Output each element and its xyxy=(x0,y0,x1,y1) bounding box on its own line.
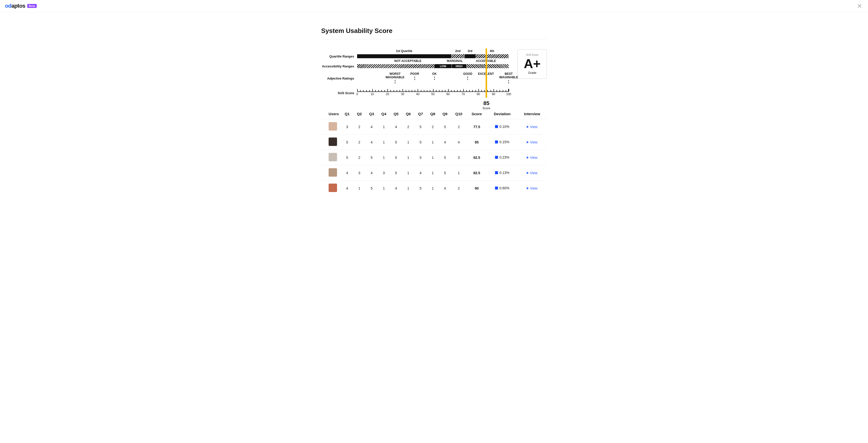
column-header: Q7 xyxy=(414,109,427,119)
q-cell: 1 xyxy=(378,135,390,150)
q-cell: 4 xyxy=(341,181,353,196)
column-header: Q5 xyxy=(390,109,402,119)
avatar xyxy=(329,153,337,161)
quartile-label: 2nd xyxy=(455,49,461,53)
deviation-color-icon xyxy=(495,156,498,159)
users-table: UsersQ1Q2Q3Q4Q5Q6Q7Q8Q9Q10ScoreDeviation… xyxy=(321,109,547,196)
axis-tick-label: 20 xyxy=(386,93,389,96)
q-cell: 1 xyxy=(402,181,414,196)
acc-label: MARGINAL xyxy=(447,59,463,63)
adjective-ratings-label: Adjective Ratings xyxy=(321,76,357,80)
play-icon xyxy=(527,141,529,143)
view-interview-link[interactable]: View xyxy=(527,156,537,160)
table-row: 324142525277.50.10%View xyxy=(321,119,547,135)
close-icon[interactable] xyxy=(856,2,863,9)
q-cell: 4 xyxy=(366,135,378,150)
page-title: System Usability Score xyxy=(321,27,547,39)
acc-label: NOT ACCEPTABLE xyxy=(394,59,421,63)
deviation-value: 0.15% xyxy=(499,140,509,144)
q-cell: 5 xyxy=(439,165,451,181)
q-cell: 2 xyxy=(427,119,439,135)
q-cell: 5 xyxy=(366,181,378,196)
column-header: Interview xyxy=(517,109,547,119)
score-cell: 85 xyxy=(466,135,487,150)
deviation-cell: 0.60% xyxy=(487,181,518,196)
q-cell: 5 xyxy=(390,135,402,150)
q-cell: 4 xyxy=(341,165,353,181)
adjective-rating: WORSTIMAGINABLE xyxy=(385,72,404,83)
adjective-rating: POOR xyxy=(410,72,419,80)
q-cell: 1 xyxy=(402,150,414,165)
axis-tick-label: 10 xyxy=(371,93,374,96)
view-interview-link[interactable]: View xyxy=(527,186,537,190)
axis-tick-label: 80 xyxy=(477,93,480,96)
column-header: Q10 xyxy=(451,109,466,119)
score-cell: 82.5 xyxy=(466,165,487,181)
deviation-color-icon xyxy=(495,186,498,190)
column-header: Q6 xyxy=(402,109,414,119)
grade-caption: Grade xyxy=(520,71,544,75)
quartile-segment xyxy=(357,54,451,58)
view-interview-link[interactable]: View xyxy=(527,171,537,175)
deviation-cell: 0.13% xyxy=(487,165,518,181)
q-cell: 4 xyxy=(451,135,466,150)
quartile-label: 4th xyxy=(490,49,494,53)
table-row: 434351415182.50.13%View xyxy=(321,165,547,181)
q-cell: 1 xyxy=(451,165,466,181)
q-cell: 5 xyxy=(414,150,427,165)
q-cell: 5 xyxy=(439,119,451,135)
q-cell: 2 xyxy=(353,119,365,135)
deviation-value: 0.23% xyxy=(499,155,509,159)
axis-tick-label: 40 xyxy=(416,93,420,96)
view-interview-link[interactable]: View xyxy=(527,140,537,144)
column-header: Deviation xyxy=(487,109,518,119)
axis-tick-label: 90 xyxy=(492,93,495,96)
q-cell: 2 xyxy=(451,119,466,135)
quartile-segment xyxy=(475,54,509,58)
quartile-ranges-label: Quartile Ranges xyxy=(321,55,357,58)
quartile-segment xyxy=(465,54,475,58)
axis-tick-label: 60 xyxy=(446,93,450,96)
q-cell: 5 xyxy=(414,119,427,135)
q-cell: 4 xyxy=(390,181,402,196)
column-header: Users xyxy=(321,109,341,119)
score-value: 85 Score xyxy=(483,100,490,110)
column-header: Q8 xyxy=(427,109,439,119)
q-cell: 1 xyxy=(427,165,439,181)
acc-acceptable xyxy=(466,64,509,68)
avatar xyxy=(329,168,337,177)
grade-value: A+ xyxy=(520,57,544,70)
q-cell: 3 xyxy=(378,165,390,181)
avatar xyxy=(329,183,337,192)
adjective-rating: BESTIMAGINABLE xyxy=(499,72,518,83)
q-cell: 4 xyxy=(390,119,402,135)
q-cell: 5 xyxy=(390,150,402,165)
q-cell: 1 xyxy=(353,181,365,196)
brand: odaptos Beta xyxy=(5,3,37,9)
deviation-value: 0.13% xyxy=(499,171,509,175)
acc-not-acceptable xyxy=(357,64,434,68)
play-icon xyxy=(527,156,529,159)
deviation-value: 0.60% xyxy=(499,186,509,190)
q-cell: 1 xyxy=(427,135,439,150)
column-header: Q1 xyxy=(341,109,353,119)
deviation-cell: 0.10% xyxy=(487,119,518,135)
grade-card: SUS Score A+ Grade xyxy=(518,49,547,79)
q-cell: 1 xyxy=(402,135,414,150)
q-cell: 1 xyxy=(402,165,414,181)
table-row: 525151515392.50.23%View xyxy=(321,150,547,165)
column-header: Score xyxy=(466,109,487,119)
q-cell: 4 xyxy=(366,165,378,181)
deviation-color-icon xyxy=(495,140,498,143)
q-cell: 5 xyxy=(390,165,402,181)
view-interview-link[interactable]: View xyxy=(527,125,537,129)
play-icon xyxy=(527,172,529,174)
quartile-segment xyxy=(451,54,465,58)
sus-chart: Quartile Ranges 1st Quartile2nd3rd4th Ac… xyxy=(321,49,509,101)
avatar xyxy=(329,122,337,131)
score-cell: 90 xyxy=(466,181,487,196)
q-cell: 5 xyxy=(341,135,353,150)
q-cell: 3 xyxy=(451,150,466,165)
q-cell: 1 xyxy=(378,181,390,196)
q-cell: 5 xyxy=(439,150,451,165)
